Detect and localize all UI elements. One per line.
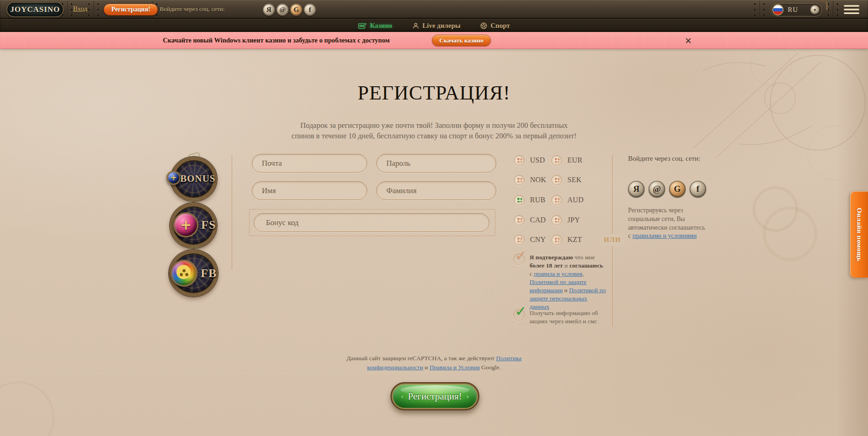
download-casino-button[interactable]: Скачать казино	[432, 35, 491, 46]
form-left-divider	[232, 155, 232, 270]
currency-label-nok[interactable]: NOK	[530, 176, 551, 184]
register-top-button[interactable]: Регистрация!	[104, 4, 158, 16]
promo-subscribe-checkbox[interactable]: ✓	[513, 309, 525, 321]
currency-radio-nok[interactable]	[514, 175, 525, 185]
yandex-icon[interactable]: Я	[263, 4, 275, 16]
currency-label-usd[interactable]: USD	[530, 156, 551, 164]
currency-label-jpy[interactable]: JPY	[567, 216, 589, 224]
google-icon[interactable]: G	[290, 4, 302, 16]
currency-label-eur[interactable]: EUR	[567, 156, 589, 164]
hamburger-menu-icon[interactable]	[844, 5, 859, 14]
stain-ring-3	[0, 381, 55, 436]
topbar-social-prompt: Войдите через соц. сети:	[160, 5, 224, 13]
tab-sport[interactable]: Спорт	[480, 22, 510, 30]
facebook-icon[interactable]: f	[690, 181, 706, 197]
currency-radio-eur[interactable]	[551, 155, 562, 166]
google-icon[interactable]: G	[669, 181, 686, 197]
currency-radio-aud[interactable]	[551, 195, 562, 205]
promo-subscribe-text: Получать информацию об акциях через имей…	[530, 309, 610, 326]
tab-casino-label: Казино	[370, 22, 392, 30]
freespins-badge: + FS	[170, 203, 217, 248]
badge-label-fs: FS	[201, 218, 216, 232]
social-login-note: Регистрируясь через социальные сети, Вы …	[628, 206, 707, 241]
email-field[interactable]	[252, 154, 367, 173]
subtitle-line-2: спинов в течение 10 дней, бесплатную ста…	[0, 131, 868, 141]
bonus-orb-icon: +	[166, 171, 181, 185]
rivet-column	[88, 3, 90, 17]
tab-live-dealers[interactable]: Live дилеры	[412, 22, 460, 30]
badge-label-bonus: BONUS	[180, 173, 215, 184]
page-title: РЕГИСТРАЦИЯ!	[0, 81, 868, 105]
currency-label-kzt[interactable]: KZT	[567, 236, 589, 244]
banner-text: Скачайте новый Windows клиент казино и з…	[163, 32, 390, 49]
stain-ring-2	[763, 206, 817, 261]
first-name-field[interactable]	[252, 181, 367, 200]
rivet-column	[754, 3, 756, 17]
currency-radio-rub-selected[interactable]	[514, 195, 525, 205]
or-label: ИЛИ	[600, 234, 624, 246]
language-selector[interactable]: RU ▼	[771, 3, 822, 16]
arrow-right-icon: ›	[467, 393, 469, 400]
rivet-column	[97, 3, 99, 17]
currency-radio-jpy[interactable]	[551, 215, 562, 226]
arrow-left-icon: ‹	[401, 393, 403, 400]
currency-label-rub[interactable]: RUB	[530, 196, 551, 204]
age-terms-text: Я подтверждаю что мне более 18 лет и сог…	[530, 253, 607, 311]
currency-label-cny[interactable]: CNY	[530, 236, 551, 244]
topbar-seam	[833, 1, 834, 18]
terms-of-service-link[interactable]: Правила и Условия	[430, 364, 480, 371]
password-field[interactable]	[376, 154, 496, 173]
tab-casino[interactable]: Казино	[358, 22, 392, 30]
currency-radio-cny[interactable]	[514, 235, 525, 245]
currency-label-sek[interactable]: SEK	[567, 176, 589, 184]
slot-machine-icon	[358, 22, 367, 29]
register-submit-button[interactable]: ‹ Регистрация! ›	[390, 382, 479, 410]
stain-ring-1	[753, 186, 798, 232]
currency-radio-usd[interactable]	[514, 155, 525, 166]
currency-radio-cad[interactable]	[514, 215, 525, 226]
terms-link[interactable]: правила и условия	[534, 270, 582, 277]
tab-sport-label: Спорт	[490, 22, 510, 30]
topbar-seam	[759, 1, 760, 18]
download-banner: Скачайте новый Windows клиент казино и з…	[0, 32, 868, 49]
online-help-label: Онлайн помощь	[855, 208, 863, 262]
logo-text: JOYCASINO	[10, 5, 60, 14]
top-bar: JOYCASINO Вход Регистрация! Войдите чере…	[0, 0, 868, 19]
currency-radio-sek[interactable]	[551, 175, 562, 185]
social-terms-link[interactable]: правилами и условиями	[633, 232, 697, 239]
freebet-ball-icon	[171, 260, 198, 287]
social-login-icons: Я @ G f	[628, 181, 706, 197]
currency-label-cad[interactable]: CAD	[530, 216, 551, 224]
currency-label-aud[interactable]: AUD	[567, 196, 589, 204]
login-link[interactable]: Вход	[73, 5, 87, 13]
agree-bold-18: более 18 лет	[530, 262, 563, 269]
rivet-column	[71, 3, 73, 17]
agree-bold-accept: соглашаюсь	[569, 262, 603, 269]
rivet-column	[763, 3, 765, 17]
rivet-column	[837, 3, 838, 17]
online-help-tab[interactable]: Онлайн помощь	[850, 191, 868, 278]
social-login-title: Войдите через соц. сети:	[628, 154, 702, 163]
joycasino-logo[interactable]: JOYCASINO	[6, 2, 64, 17]
recaptcha-note: Данный сайт защищен reCAPTCHA, а так же …	[344, 354, 525, 372]
page-subtitle: Подарок за регистрацию уже почти твой! З…	[0, 120, 868, 141]
topbar-seam	[94, 1, 94, 18]
facebook-icon[interactable]: f	[304, 4, 316, 16]
yandex-icon[interactable]: Я	[628, 181, 645, 197]
mailru-icon[interactable]: @	[276, 4, 289, 16]
close-icon[interactable]: ✕	[682, 35, 694, 47]
currency-radio-kzt[interactable]	[551, 235, 562, 245]
soccer-ball-icon	[480, 22, 487, 29]
bonus-code-field[interactable]	[254, 213, 489, 232]
freespins-orb-icon: +	[173, 212, 198, 237]
last-name-field[interactable]	[376, 181, 496, 200]
main-nav: Казино Live дилеры Спорт	[0, 19, 868, 32]
bonus-badge: + BONUS	[171, 157, 217, 201]
mailru-icon[interactable]: @	[649, 181, 665, 197]
checkmark-icon: ✓	[515, 305, 526, 318]
chevron-down-icon[interactable]: ▼	[810, 5, 820, 15]
age-terms-checkbox[interactable]: ✓	[513, 253, 525, 265]
subtitle-line-1: Подарок за регистрацию уже почти твой! З…	[0, 120, 868, 131]
agree-bold-confirm: Я подтверждаю	[530, 254, 573, 261]
submit-label: Регистрация!	[408, 391, 462, 402]
